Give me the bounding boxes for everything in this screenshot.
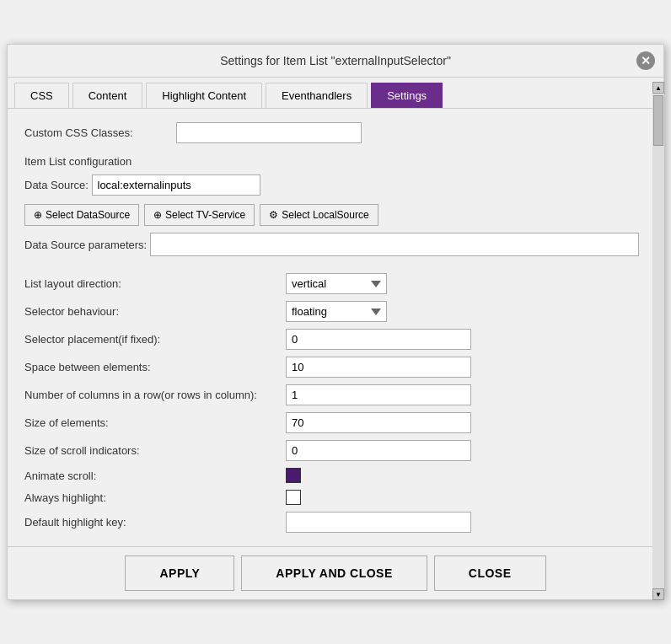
- animate-scroll-label: Animate scroll:: [24, 470, 277, 482]
- tv-service-icon: ⊕: [153, 209, 162, 221]
- select-local-source-label: Select LocalSource: [282, 209, 368, 221]
- select-datasource-button[interactable]: ⊕ Select DataSource: [24, 204, 139, 226]
- datasource-icon: ⊕: [34, 209, 42, 221]
- size-scroll-label: Size of scroll indicators:: [24, 444, 277, 457]
- size-elements-input[interactable]: [286, 412, 471, 433]
- space-between-input[interactable]: [286, 357, 471, 378]
- always-highlight-row: Always highlight:: [24, 490, 647, 505]
- data-source-label: Data Source:: [24, 179, 89, 191]
- title-bar: Settings for Item List "externalInputSel…: [8, 45, 663, 78]
- size-scroll-input[interactable]: [286, 440, 471, 461]
- select-datasource-label: Select DataSource: [46, 209, 130, 221]
- num-columns-row: Number of columns in a row(or rows in co…: [24, 384, 647, 405]
- item-list-section-title: Item List configuration: [24, 155, 647, 168]
- tab-settings[interactable]: Settings: [371, 83, 443, 108]
- selector-behaviour-select[interactable]: floating fixed: [286, 301, 387, 322]
- settings-grid: List layout direction: vertical horizont…: [24, 273, 647, 533]
- select-tv-service-button[interactable]: ⊕ Select TV-Service: [144, 204, 255, 226]
- local-source-icon: ⚙: [269, 209, 278, 221]
- data-source-input[interactable]: [92, 174, 260, 196]
- list-layout-row: List layout direction: vertical horizont…: [24, 273, 647, 294]
- close-button[interactable]: CLOSE: [434, 555, 546, 591]
- custom-css-input[interactable]: [176, 122, 362, 143]
- select-tv-service-label: Select TV-Service: [165, 209, 245, 221]
- size-elements-label: Size of elements:: [24, 416, 277, 429]
- data-source-params-input[interactable]: [150, 233, 639, 256]
- selector-placement-label: Selector placement(if fixed):: [24, 333, 277, 346]
- size-elements-row: Size of elements:: [24, 412, 647, 433]
- selector-behaviour-row: Selector behaviour: floating fixed: [24, 301, 647, 322]
- custom-css-label: Custom CSS Classes:: [24, 126, 176, 139]
- footer-buttons: APPLY APPLY AND CLOSE CLOSE: [8, 546, 663, 599]
- space-between-label: Space between elements:: [24, 361, 277, 373]
- tab-eventhandlers[interactable]: Eventhandlers: [266, 83, 368, 108]
- tab-bar: CSS Content Highlight Content Eventhandl…: [8, 78, 663, 109]
- list-layout-select[interactable]: vertical horizontal: [286, 273, 387, 294]
- num-columns-input[interactable]: [286, 384, 471, 405]
- list-layout-label: List layout direction:: [24, 277, 277, 290]
- apply-button[interactable]: APPLY: [125, 555, 234, 591]
- default-highlight-row: Default highlight key:: [24, 512, 647, 533]
- selector-placement-input[interactable]: [286, 329, 471, 350]
- content-area: Custom CSS Classes: Item List configurat…: [8, 109, 663, 546]
- scroll-down-arrow[interactable]: ▼: [652, 588, 664, 600]
- size-scroll-row: Size of scroll indicators:: [24, 440, 647, 461]
- dialog-title: Settings for Item List "externalInputSel…: [35, 54, 636, 67]
- default-highlight-label: Default highlight key:: [24, 516, 277, 529]
- always-highlight-checkbox[interactable]: [286, 490, 301, 505]
- selector-placement-row: Selector placement(if fixed):: [24, 329, 647, 350]
- tab-content[interactable]: Content: [72, 83, 143, 108]
- animate-scroll-checkbox[interactable]: [286, 468, 301, 483]
- scroll-up-arrow[interactable]: ▲: [652, 82, 664, 94]
- always-highlight-label: Always highlight:: [24, 491, 277, 504]
- tab-css[interactable]: CSS: [14, 83, 69, 108]
- space-between-row: Space between elements:: [24, 357, 647, 378]
- selector-behaviour-label: Selector behaviour:: [24, 305, 277, 318]
- select-local-source-button[interactable]: ⚙ Select LocalSource: [260, 204, 378, 226]
- apply-and-close-button[interactable]: APPLY AND CLOSE: [241, 555, 427, 591]
- animate-scroll-row: Animate scroll:: [24, 468, 647, 483]
- tab-highlight-content[interactable]: Highlight Content: [146, 83, 262, 108]
- data-source-params-label: Data Source parameters:: [24, 239, 147, 251]
- close-icon[interactable]: ✕: [636, 51, 655, 70]
- scroll-thumb[interactable]: [653, 95, 663, 146]
- scrollbar: ▲ ▼: [652, 82, 664, 600]
- num-columns-label: Number of columns in a row(or rows in co…: [24, 389, 277, 401]
- default-highlight-input[interactable]: [286, 512, 471, 533]
